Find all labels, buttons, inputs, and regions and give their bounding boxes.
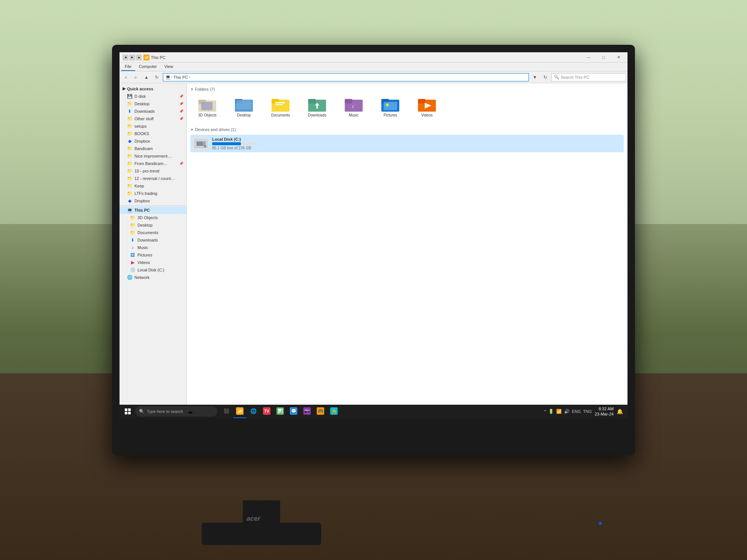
minimize-button[interactable]: ─ bbox=[581, 52, 596, 63]
app1-icon: 📊 bbox=[276, 407, 284, 415]
sidebar-item-ltfs-label: LTFs trading bbox=[134, 191, 157, 196]
sidebar-item-videos-label: Videos bbox=[137, 260, 150, 265]
nav-refresh-button[interactable]: ↻ bbox=[152, 73, 161, 82]
nav-up-button[interactable]: ▲ bbox=[142, 73, 151, 82]
folder-item-downloads[interactable]: Downloads bbox=[300, 94, 334, 120]
taskbar-search[interactable]: 🔍 Type here to search ☁ bbox=[135, 406, 217, 417]
taskbar-app-explorer[interactable]: 📁 bbox=[233, 405, 247, 418]
sidebar-item-from-bandicam[interactable]: 📁 From Bandicam, etc 📌 bbox=[120, 160, 186, 167]
download-icon: ⬇ bbox=[130, 237, 135, 243]
drive-c-name: Local Disk (C:) bbox=[212, 137, 621, 141]
taskbar-app-task-view[interactable]: ⬛ bbox=[220, 405, 233, 418]
ribbon: File Computer View bbox=[120, 63, 627, 71]
nav-forward-button[interactable]: ► bbox=[131, 73, 140, 82]
svg-point-19 bbox=[386, 103, 389, 106]
app5-icon: 🔒 bbox=[330, 407, 338, 415]
sidebar-item-documents-label: Documents bbox=[137, 230, 158, 235]
divider bbox=[120, 205, 186, 206]
address-refresh-button[interactable]: ↻ bbox=[541, 73, 550, 82]
taskbar-app-app3[interactable]: 📷 bbox=[300, 405, 314, 418]
sidebar-section-quick-access[interactable]: ▶ Quick access bbox=[120, 85, 186, 93]
taskbar-clock[interactable]: 8:32 AM 23-Mar-24 bbox=[595, 406, 614, 417]
sidebar-item-pictures-label: Pictures bbox=[137, 253, 152, 257]
taskbar-app-app5[interactable]: 🔒 bbox=[327, 405, 341, 418]
svg-rect-18 bbox=[384, 102, 397, 110]
sidebar-item-ddisk[interactable]: 💾 D disk 📌 bbox=[120, 93, 186, 100]
address-input[interactable]: 💻 › This PC › bbox=[163, 73, 529, 81]
sidebar-item-bandicam-label: Bandicam bbox=[134, 146, 153, 151]
ribbon-tab-file[interactable]: File bbox=[121, 63, 135, 71]
taskbar-app-app4[interactable]: 🎮 bbox=[314, 405, 327, 418]
search-box[interactable]: 🔍 Search This PC bbox=[551, 73, 626, 81]
forward-button[interactable]: ► bbox=[129, 55, 135, 60]
search-placeholder: Search This PC bbox=[561, 75, 589, 80]
sidebar-item-downloads2[interactable]: ⬇ Downloads bbox=[120, 236, 186, 244]
address-dropdown-button[interactable]: ▼ bbox=[530, 73, 539, 82]
close-button[interactable]: ✕ bbox=[611, 52, 626, 63]
sidebar-item-3dobjects-label: 3D Objects bbox=[137, 215, 158, 220]
sidebar-item-3dobjects[interactable]: 📁 3D Objects bbox=[120, 214, 186, 221]
folder-item-3dobjects-label: 3D Objects bbox=[198, 113, 216, 118]
sidebar-item-documents[interactable]: 📁 Documents bbox=[120, 229, 186, 236]
folder-icon: 📁 bbox=[127, 161, 132, 166]
maximize-button[interactable]: □ bbox=[596, 52, 611, 63]
sidebar-item-desktop[interactable]: 📁 Desktop 📌 bbox=[120, 100, 186, 108]
up-button[interactable]: ▲ bbox=[136, 55, 142, 60]
folder-item-3dobjects[interactable]: 3D Objects bbox=[190, 94, 224, 120]
start-button[interactable] bbox=[121, 405, 134, 418]
sidebar-item-10-pro[interactable]: 📁 10 - pro-trend bbox=[120, 167, 186, 175]
folder-icon: 📁 bbox=[127, 146, 132, 151]
sidebar-item-thispc[interactable]: 💻 This PC bbox=[120, 206, 186, 214]
notification-icon[interactable]: 🔔 bbox=[617, 408, 623, 414]
taskbar-app-app2[interactable]: 💬 bbox=[287, 405, 300, 418]
sidebar-item-otherstuff[interactable]: 📁 Other stuff 📌 bbox=[120, 115, 186, 122]
sidebar-item-otherstuff-label: Other stuff bbox=[134, 116, 154, 121]
power-led bbox=[599, 522, 601, 525]
folder-icon-documents bbox=[272, 97, 289, 112]
sidebar-item-downloads[interactable]: ⬇ Downloads 📌 bbox=[120, 108, 186, 115]
address-path-icon: 💻 bbox=[165, 75, 171, 80]
taskbar-app-tv[interactable]: TV bbox=[260, 405, 273, 418]
nav-back-button[interactable]: ◄ bbox=[121, 73, 130, 82]
main-area: ▶ Quick access 💾 D disk 📌 📁 Desktop 📌 bbox=[120, 83, 627, 410]
sidebar-item-localdisk[interactable]: 💿 Local Disk (C:) bbox=[120, 266, 186, 274]
sidebar-item-setups[interactable]: 📁 setups bbox=[120, 122, 186, 130]
folder-item-desktop[interactable]: Desktop bbox=[227, 94, 261, 120]
chevron-up-icon[interactable]: ^ bbox=[544, 409, 546, 414]
sidebar-item-dropbox1[interactable]: ◆ Dropbox bbox=[120, 137, 186, 145]
windows-icon bbox=[125, 408, 131, 414]
svg-text:♪: ♪ bbox=[352, 103, 354, 109]
sidebar-item-ltfs[interactable]: 📁 LTFs trading bbox=[120, 190, 186, 197]
folder-item-pictures[interactable]: Pictures bbox=[374, 94, 407, 120]
folder-item-documents[interactable]: Documents bbox=[264, 94, 297, 120]
taskbar-app-app1[interactable]: 📊 bbox=[273, 405, 287, 418]
folders-section-header: Folders (7) bbox=[190, 87, 624, 91]
quick-access-label: Quick access bbox=[127, 87, 153, 91]
music-icon: ♪ bbox=[130, 245, 135, 250]
sidebar-item-keep[interactable]: 📁 Keep bbox=[120, 182, 186, 190]
sidebar-item-bandicam[interactable]: 📁 Bandicam bbox=[120, 145, 186, 152]
sidebar-item-dropbox2[interactable]: ◆ Dropbox bbox=[120, 197, 186, 205]
sidebar-item-videos[interactable]: ▶ Videos bbox=[120, 259, 186, 266]
drive-icon: 💾 bbox=[127, 94, 132, 99]
folder-icon: 📁 bbox=[130, 223, 135, 228]
folder-icon: 📁 bbox=[130, 230, 135, 235]
ribbon-tab-view[interactable]: View bbox=[161, 63, 177, 71]
sidebar-item-nice-video[interactable]: 📁 Nice improvement vide... bbox=[120, 152, 186, 160]
ribbon-tab-computer[interactable]: Computer bbox=[135, 63, 161, 71]
sidebar-item-desktop2[interactable]: 📁 Desktop bbox=[120, 221, 186, 229]
sidebar-item-music[interactable]: ♪ Music bbox=[120, 244, 186, 251]
sidebar-item-pictures[interactable]: 🖼 Pictures bbox=[120, 251, 186, 259]
folder-item-music[interactable]: ♪ Music bbox=[337, 94, 371, 120]
sidebar-item-network[interactable]: 🌐 Network bbox=[120, 274, 186, 281]
taskbar-app-chrome[interactable]: 🌐 bbox=[247, 405, 260, 418]
folder-item-videos[interactable]: Videos bbox=[410, 94, 444, 120]
window-title: This PC bbox=[151, 55, 165, 60]
sidebar-item-dropbox1-label: Dropbox bbox=[134, 139, 150, 143]
eng-label[interactable]: ENG bbox=[572, 409, 581, 414]
sidebar-item-books[interactable]: 📁 BOOKS bbox=[120, 130, 186, 137]
drive-item-c[interactable]: Local Disk (C:) 85.1 GB free of 236 GB bbox=[190, 135, 624, 152]
sidebar-item-12-reversal[interactable]: 📁 12 - reversal / counter-tren bbox=[120, 175, 186, 182]
sidebar-item-setups-label: setups bbox=[134, 124, 146, 128]
back-button[interactable]: ◄ bbox=[123, 55, 128, 60]
